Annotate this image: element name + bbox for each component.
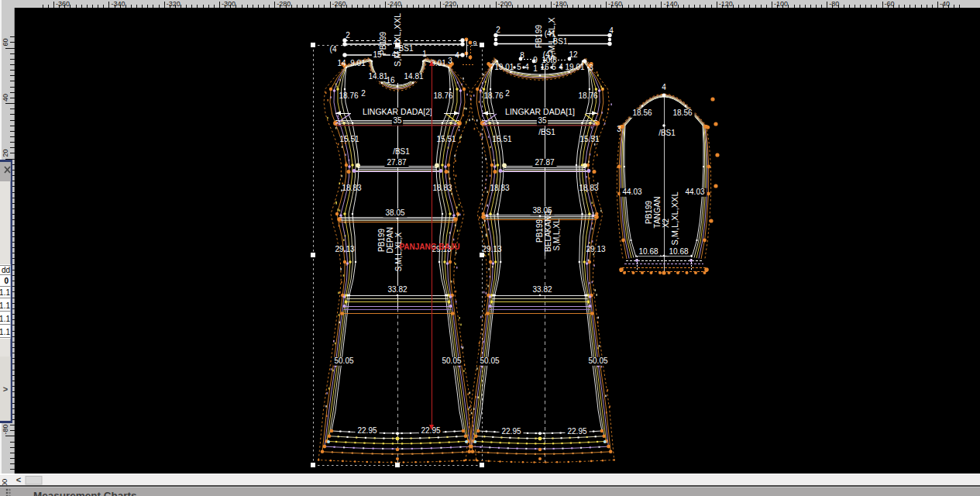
svg-text:20: 20 xyxy=(2,150,9,157)
svg-text:4: 4 xyxy=(609,26,614,35)
svg-text:1.1: 1.1 xyxy=(0,315,10,323)
svg-text:12: 12 xyxy=(569,50,578,59)
svg-text:22.95: 22.95 xyxy=(501,427,521,436)
svg-text:18.83: 18.83 xyxy=(342,184,361,192)
svg-text:18.83: 18.83 xyxy=(432,184,452,192)
svg-text:14: 14 xyxy=(337,59,346,67)
svg-text:<: < xyxy=(16,475,21,484)
svg-text:1.1: 1.1 xyxy=(0,301,10,310)
svg-text:50.05: 50.05 xyxy=(334,356,353,365)
svg-text:60: 60 xyxy=(2,38,9,46)
svg-text:1: 1 xyxy=(422,50,427,58)
svg-text:33.82: 33.82 xyxy=(387,285,407,294)
svg-text:-160: -160 xyxy=(608,0,622,8)
svg-text:0: 0 xyxy=(4,277,9,285)
svg-text:S,M,L,XL,X: S,M,L,XL,X xyxy=(547,17,556,60)
svg-text:PB199: PB199 xyxy=(377,229,386,252)
svg-text:8: 8 xyxy=(520,51,524,60)
svg-text:2: 2 xyxy=(496,26,500,34)
svg-text:DEPAN: DEPAN xyxy=(386,227,394,253)
svg-text:5: 5 xyxy=(552,63,556,71)
svg-text:38.05: 38.05 xyxy=(385,208,404,217)
svg-text:19.01: 19.01 xyxy=(565,63,584,71)
svg-text:-60: -60 xyxy=(885,0,895,8)
svg-text:TANGAN: TANGAN xyxy=(653,197,662,229)
svg-text:4: 4 xyxy=(559,63,563,71)
svg-text:-360: -360 xyxy=(56,0,70,8)
svg-text:2: 2 xyxy=(361,89,366,98)
svg-text:18.56: 18.56 xyxy=(672,108,692,117)
svg-text:44.03: 44.03 xyxy=(685,188,704,196)
svg-text:16: 16 xyxy=(386,76,395,84)
svg-text:/BS1: /BS1 xyxy=(538,128,555,136)
svg-text:-80: -80 xyxy=(829,0,839,8)
svg-text:15.51: 15.51 xyxy=(436,135,456,143)
svg-text:15.51: 15.51 xyxy=(492,135,511,143)
svg-text:-280: -280 xyxy=(277,0,291,8)
svg-text:S,M,L,XL: S,M,L,XL xyxy=(552,219,561,251)
svg-text:Measurement Charts: Measurement Charts xyxy=(33,490,137,496)
svg-text:29.13: 29.13 xyxy=(335,245,354,253)
svg-text:50.05: 50.05 xyxy=(480,356,499,365)
svg-text:PANJANG BAJU: PANJANG BAJU xyxy=(399,243,459,251)
svg-text:/BS1: /BS1 xyxy=(658,129,676,137)
svg-text:3: 3 xyxy=(448,57,452,65)
svg-text:(4: (4 xyxy=(330,45,337,53)
svg-text:4: 4 xyxy=(524,63,529,71)
svg-text:BELAKANG: BELAKANG xyxy=(544,210,552,252)
svg-text:22.95: 22.95 xyxy=(357,426,377,435)
svg-text:-340: -340 xyxy=(111,0,125,8)
svg-text:27.87: 27.87 xyxy=(535,158,554,167)
svg-text:18.83: 18.83 xyxy=(579,184,598,192)
svg-text:-120: -120 xyxy=(719,0,733,8)
svg-text:-220: -220 xyxy=(442,0,456,8)
svg-text:-260: -260 xyxy=(332,0,346,8)
svg-text:18.76: 18.76 xyxy=(578,91,597,100)
svg-text:9.01: 9.01 xyxy=(431,59,446,67)
svg-text:9: 9 xyxy=(533,56,538,64)
svg-text:22.95: 22.95 xyxy=(567,427,586,436)
svg-text:50.05: 50.05 xyxy=(442,356,461,365)
svg-text:-180: -180 xyxy=(553,0,567,8)
svg-text:44.03: 44.03 xyxy=(622,188,641,196)
svg-text:dd: dd xyxy=(2,266,10,274)
svg-text:33.82: 33.82 xyxy=(532,285,552,294)
svg-text:50.05: 50.05 xyxy=(588,356,607,365)
svg-text:18.56: 18.56 xyxy=(632,108,652,117)
svg-text:2: 2 xyxy=(346,31,350,40)
svg-text:10.68: 10.68 xyxy=(669,247,688,256)
svg-text:-100: -100 xyxy=(774,0,788,8)
svg-text:-40: -40 xyxy=(940,0,950,8)
svg-text:29.13: 29.13 xyxy=(586,245,605,253)
svg-text:PB199: PB199 xyxy=(535,219,544,243)
svg-text:3: 3 xyxy=(617,125,621,133)
svg-text:3: 3 xyxy=(589,64,593,72)
svg-text:1.1: 1.1 xyxy=(0,328,10,336)
svg-text:15.51: 15.51 xyxy=(579,135,599,143)
svg-text:9: 9 xyxy=(473,40,476,47)
svg-text:1.1: 1.1 xyxy=(0,288,10,297)
svg-text:10.68: 10.68 xyxy=(638,247,658,256)
svg-text:5: 5 xyxy=(517,63,521,71)
svg-text:14.81: 14.81 xyxy=(368,72,387,81)
svg-text:2: 2 xyxy=(505,89,510,98)
svg-text:35: 35 xyxy=(538,116,547,125)
svg-text:PB199: PB199 xyxy=(535,25,543,48)
svg-text:PB199: PB199 xyxy=(645,201,653,224)
svg-text:/BS1: /BS1 xyxy=(393,147,410,156)
svg-text:-140: -140 xyxy=(663,0,677,8)
svg-text:719.01: 719.01 xyxy=(490,63,514,71)
svg-text:18.76: 18.76 xyxy=(483,91,503,100)
svg-text:16: 16 xyxy=(540,63,549,71)
svg-text:15.51: 15.51 xyxy=(339,135,359,143)
svg-text:35: 35 xyxy=(393,116,402,125)
svg-text:PB199: PB199 xyxy=(379,32,387,55)
svg-text:-240: -240 xyxy=(387,0,401,8)
svg-text:4: 4 xyxy=(455,51,459,60)
svg-text:4: 4 xyxy=(662,83,666,91)
svg-text:18.83: 18.83 xyxy=(490,184,509,192)
svg-text:X2: X2 xyxy=(662,218,670,228)
svg-text:9.01: 9.01 xyxy=(350,59,366,67)
svg-text:14.81: 14.81 xyxy=(404,72,423,81)
svg-text:S,M,L,XL,XXL: S,M,L,XL,XXL xyxy=(393,13,402,67)
